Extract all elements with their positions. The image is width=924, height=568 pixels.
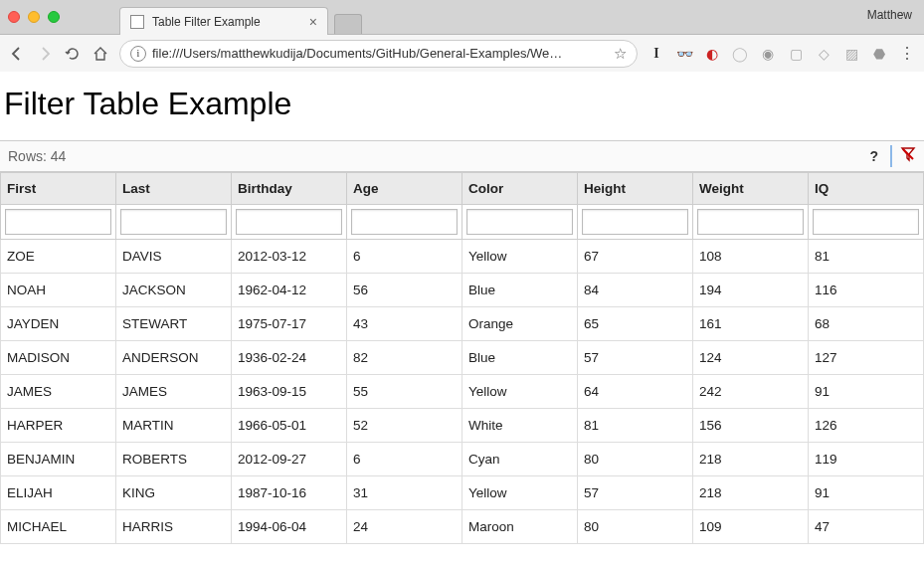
cell-first: NOAH	[1, 274, 116, 307]
ext-icon-7[interactable]: ◇	[815, 45, 832, 63]
ext-icon-8[interactable]: ▨	[842, 45, 860, 63]
address-bar[interactable]: i file:///Users/matthewkudija/Documents/…	[119, 40, 638, 68]
cell-iq: 127	[809, 341, 924, 375]
ext-icon-1[interactable]: I	[647, 45, 665, 63]
table-header: First Last Birthday Age Color Height Wei…	[1, 173, 924, 205]
table-row: ELIJAHKING1987-10-1631Yellow5721891	[1, 476, 924, 510]
table-row: HARPERMARTIN1966-05-0152White81156126	[1, 409, 924, 443]
col-header-birthday[interactable]: Birthday	[232, 173, 347, 205]
cell-age: 43	[347, 307, 462, 341]
ext-icon-5[interactable]: ◉	[759, 45, 777, 63]
cell-iq: 119	[809, 443, 924, 476]
table-row: JAYDENSTEWART1975-07-1743Orange6516168	[1, 307, 924, 341]
cell-iq: 91	[809, 476, 924, 510]
filter-row	[1, 205, 924, 240]
cell-age: 55	[347, 375, 462, 409]
cell-weight: 124	[693, 341, 809, 375]
ext-icon-9[interactable]: ⬣	[870, 45, 888, 63]
cell-last: ANDERSON	[116, 341, 232, 375]
new-tab-button[interactable]	[334, 14, 362, 34]
cell-birthday: 2012-09-27	[232, 443, 347, 476]
cell-height: 80	[578, 443, 693, 476]
cell-first: MADISON	[1, 341, 116, 375]
window-controls	[8, 11, 60, 23]
cell-color: Maroon	[462, 510, 578, 544]
arrow-right-icon	[37, 46, 53, 62]
cell-iq: 68	[809, 307, 924, 341]
site-info-icon[interactable]: i	[130, 46, 146, 62]
close-tab-icon[interactable]: ×	[309, 14, 317, 30]
cell-height: 64	[578, 375, 693, 409]
col-header-color[interactable]: Color	[462, 173, 578, 205]
cell-weight: 218	[693, 443, 809, 476]
forward-button[interactable]	[36, 45, 54, 63]
cell-color: White	[462, 409, 578, 443]
reload-icon	[65, 46, 81, 62]
ext-icon-4[interactable]: ◯	[731, 45, 749, 63]
filter-input-age[interactable]	[351, 209, 458, 235]
browser-chrome: Table Filter Example × Matthew i file://…	[0, 0, 924, 72]
cell-last: STEWART	[116, 307, 232, 341]
col-header-last[interactable]: Last	[116, 173, 232, 205]
cell-color: Blue	[462, 274, 578, 307]
page-content: Filter Table Example Rows: 44 ? First La…	[0, 72, 924, 544]
cell-birthday: 1987-10-16	[232, 476, 347, 510]
ext-icon-glasses[interactable]: 👓	[675, 45, 693, 63]
arrow-left-icon	[9, 46, 25, 62]
col-header-weight[interactable]: Weight	[693, 173, 809, 205]
filter-input-color[interactable]	[466, 209, 573, 235]
cell-last: JACKSON	[116, 274, 232, 307]
cell-weight: 156	[693, 409, 809, 443]
cell-age: 82	[347, 341, 462, 375]
profile-name[interactable]: Matthew	[867, 8, 912, 22]
cell-weight: 218	[693, 476, 809, 510]
filter-input-last[interactable]	[120, 209, 227, 235]
cell-first: JAYDEN	[1, 307, 116, 341]
ext-icon-ublock[interactable]: ◐	[703, 45, 721, 63]
clear-filter-button[interactable]	[900, 146, 916, 166]
cell-weight: 242	[693, 375, 809, 409]
cell-height: 57	[578, 341, 693, 375]
filter-input-height[interactable]	[582, 209, 688, 235]
filter-input-birthday[interactable]	[236, 209, 342, 235]
col-header-iq[interactable]: IQ	[809, 173, 924, 205]
tab-active[interactable]: Table Filter Example ×	[119, 7, 328, 35]
col-header-first[interactable]: First	[1, 173, 116, 205]
cell-color: Yellow	[462, 375, 578, 409]
col-header-age[interactable]: Age	[347, 173, 462, 205]
cell-height: 80	[578, 510, 693, 544]
cell-birthday: 1936-02-24	[232, 341, 347, 375]
browser-toolbar: i file:///Users/matthewkudija/Documents/…	[0, 34, 924, 72]
filter-input-iq[interactable]	[813, 209, 919, 235]
tabs: Table Filter Example ×	[119, 0, 362, 34]
cell-last: HARRIS	[116, 510, 232, 544]
cell-color: Orange	[462, 307, 578, 341]
col-header-height[interactable]: Height	[578, 173, 693, 205]
url-text: file:///Users/matthewkudija/Documents/Gi…	[152, 46, 608, 61]
minimize-window-icon[interactable]	[28, 11, 40, 23]
home-button[interactable]	[92, 45, 109, 63]
status-bar: Rows: 44 ?	[0, 140, 924, 172]
cell-age: 6	[347, 443, 462, 476]
cell-age: 24	[347, 510, 462, 544]
reload-button[interactable]	[64, 45, 82, 63]
cell-iq: 116	[809, 274, 924, 307]
ext-icon-6[interactable]: ▢	[787, 45, 805, 63]
browser-menu-button[interactable]: ⋮	[898, 44, 916, 63]
bookmark-star-icon[interactable]: ☆	[614, 45, 627, 63]
extension-icons: I 👓 ◐ ◯ ◉ ▢ ◇ ▨ ⬣	[647, 45, 888, 63]
cell-color: Cyan	[462, 443, 578, 476]
filter-input-weight[interactable]	[697, 209, 804, 235]
table-row: NOAHJACKSON1962-04-1256Blue84194116	[1, 274, 924, 307]
filter-input-first[interactable]	[5, 209, 111, 235]
table-row: BENJAMINROBERTS2012-09-276Cyan80218119	[1, 443, 924, 476]
cell-first: MICHAEL	[1, 510, 116, 544]
cell-age: 56	[347, 274, 462, 307]
divider	[890, 145, 892, 167]
clear-filter-icon	[900, 146, 916, 162]
help-button[interactable]: ?	[869, 148, 878, 164]
back-button[interactable]	[8, 45, 26, 63]
maximize-window-icon[interactable]	[48, 11, 60, 23]
close-window-icon[interactable]	[8, 11, 20, 23]
cell-height: 84	[578, 274, 693, 307]
